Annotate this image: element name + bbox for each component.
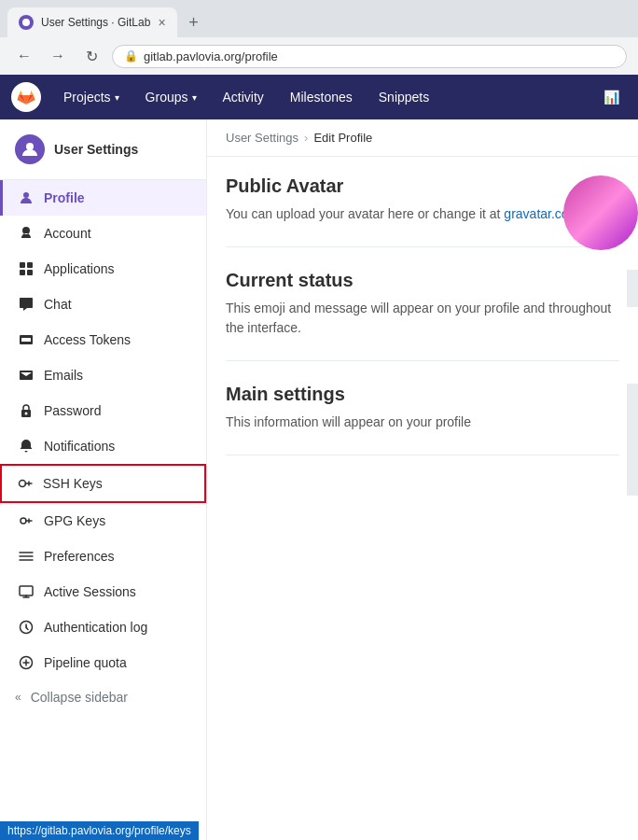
sidebar-item-preferences[interactable]: Preferences (0, 539, 206, 574)
preferences-icon (18, 548, 35, 565)
nav-milestones[interactable]: Milestones (279, 82, 364, 112)
svg-rect-3 (20, 262, 25, 268)
sidebar-item-auth-log[interactable]: Authentication log (0, 609, 206, 645)
auth-log-icon (18, 619, 35, 636)
gitlab-logo[interactable] (11, 82, 41, 112)
sidebar-header: User Settings (0, 119, 206, 180)
main-layout: User Settings Profile Account Applicatio… (0, 119, 638, 840)
collapse-icon: « (15, 691, 21, 704)
sidebar-item-emails[interactable]: Emails (0, 357, 206, 393)
sidebar-item-profile[interactable]: Profile (0, 180, 206, 216)
url-text: gitlab.pavlovia.org/profile (144, 49, 278, 63)
svg-rect-13 (20, 586, 33, 595)
groups-chevron: ▾ (192, 92, 197, 103)
applications-icon (18, 260, 35, 277)
lock-icon: 🔒 (124, 49, 138, 63)
ssh-keys-icon (17, 475, 34, 492)
forward-button[interactable]: → (45, 43, 71, 69)
password-icon (18, 402, 35, 419)
user-avatar (15, 134, 45, 164)
svg-rect-4 (27, 262, 33, 268)
sidebar-item-notifications-label: Notifications (44, 439, 115, 454)
svg-point-10 (25, 413, 28, 415)
back-button[interactable]: ← (11, 43, 37, 69)
content-body: Public Avatar You can upload your avatar… (207, 157, 638, 497)
new-tab-button[interactable]: + (181, 9, 207, 35)
current-status-desc: This emoji and message will appear on yo… (226, 299, 619, 338)
browser-chrome: User Settings · GitLab × + ← → ↻ 🔒 gitla… (0, 0, 638, 75)
content-area: User Settings › Edit Profile Public Avat… (207, 119, 638, 840)
tab-favicon (19, 15, 34, 30)
access-tokens-icon (18, 331, 35, 348)
nav-activity[interactable]: Activity (212, 82, 275, 112)
svg-point-0 (22, 19, 30, 26)
main-settings-desc: This information will appear on your pro… (226, 413, 619, 432)
public-avatar-desc: You can upload your avatar here or chang… (226, 204, 619, 224)
svg-point-1 (26, 143, 34, 150)
sidebar-item-access-tokens[interactable]: Access Tokens (0, 322, 206, 357)
sidebar-item-account-label: Account (44, 226, 91, 241)
svg-point-2 (23, 192, 29, 198)
account-icon (18, 225, 35, 242)
tab-close-button[interactable]: × (158, 15, 165, 30)
nav-projects[interactable]: Projects ▾ (52, 82, 131, 112)
public-avatar-section: Public Avatar You can upload your avatar… (226, 175, 619, 247)
nav-chart-icon[interactable]: 📊 (596, 82, 627, 112)
nav-snippets[interactable]: Snippets (368, 82, 440, 112)
public-avatar-title: Public Avatar (226, 175, 619, 197)
sidebar-item-profile-label: Profile (44, 190, 85, 205)
sidebar-item-pipeline-quota-label: Pipeline quota (44, 655, 127, 670)
current-status-section: Current status This emoji and message wi… (226, 270, 619, 361)
sidebar-item-ssh-keys[interactable]: SSH Keys (0, 464, 206, 503)
tab-bar: User Settings · GitLab × + (0, 0, 638, 37)
sidebar-item-gpg-keys[interactable]: GPG Keys (0, 503, 206, 539)
sidebar-item-preferences-label: Preferences (44, 549, 114, 564)
sidebar-item-password-label: Password (44, 403, 101, 418)
active-sessions-icon (18, 583, 35, 600)
status-bar: https://gitlab.pavlovia.org/profile/keys (0, 821, 199, 840)
sidebar-item-applications-label: Applications (44, 261, 115, 276)
address-bar: ← → ↻ 🔒 gitlab.pavlovia.org/profile (0, 37, 638, 75)
current-status-title: Current status (226, 270, 619, 291)
breadcrumb: User Settings › Edit Profile (207, 119, 638, 157)
svg-rect-5 (20, 270, 25, 275)
sidebar-item-account[interactable]: Account (0, 216, 206, 251)
main-settings-title: Main settings (226, 384, 619, 405)
sidebar-item-ssh-keys-label: SSH Keys (43, 476, 103, 491)
breadcrumb-current: Edit Profile (313, 131, 372, 145)
breadcrumb-parent[interactable]: User Settings (226, 131, 298, 145)
main-settings-right-panel (627, 384, 638, 496)
sidebar-item-access-tokens-label: Access Tokens (44, 332, 131, 347)
public-avatar-desc-prefix: You can upload your avatar here or chang… (226, 206, 504, 221)
sidebar-item-active-sessions[interactable]: Active Sessions (0, 574, 206, 609)
reload-button[interactable]: ↻ (78, 43, 104, 69)
pipeline-quota-icon (18, 654, 35, 671)
sidebar-item-chat[interactable]: Chat (0, 287, 206, 322)
chat-icon (18, 296, 35, 313)
sidebar-item-gpg-keys-label: GPG Keys (44, 513, 105, 528)
sidebar-item-applications[interactable]: Applications (0, 251, 206, 287)
sidebar-item-pipeline-quota[interactable]: Pipeline quota (0, 645, 206, 680)
sidebar-title: User Settings (54, 142, 138, 157)
avatar-preview (563, 175, 638, 250)
sidebar-item-notifications[interactable]: Notifications (0, 428, 206, 464)
emails-icon (18, 367, 35, 384)
svg-rect-8 (21, 338, 31, 342)
projects-chevron: ▾ (115, 92, 119, 103)
sidebar-item-emails-label: Emails (44, 368, 83, 383)
active-tab[interactable]: User Settings · GitLab × (7, 7, 177, 37)
sidebar: User Settings Profile Account Applicatio… (0, 119, 207, 840)
sidebar-item-password[interactable]: Password (0, 393, 206, 428)
sidebar-item-active-sessions-label: Active Sessions (44, 584, 136, 599)
sidebar-item-auth-log-label: Authentication log (44, 620, 147, 635)
url-bar[interactable]: 🔒 gitlab.pavlovia.org/profile (112, 45, 627, 68)
collapse-sidebar-button[interactable]: « Collapse sidebar (0, 680, 206, 714)
gpg-keys-icon (18, 512, 35, 529)
svg-rect-6 (27, 270, 33, 275)
profile-icon (18, 189, 35, 206)
gitlab-navbar: Projects ▾ Groups ▾ Activity Milestones … (0, 75, 638, 119)
sidebar-item-chat-label: Chat (44, 297, 72, 312)
section-right-indicator (627, 270, 638, 307)
notifications-icon (18, 438, 35, 455)
nav-groups[interactable]: Groups ▾ (134, 82, 208, 112)
